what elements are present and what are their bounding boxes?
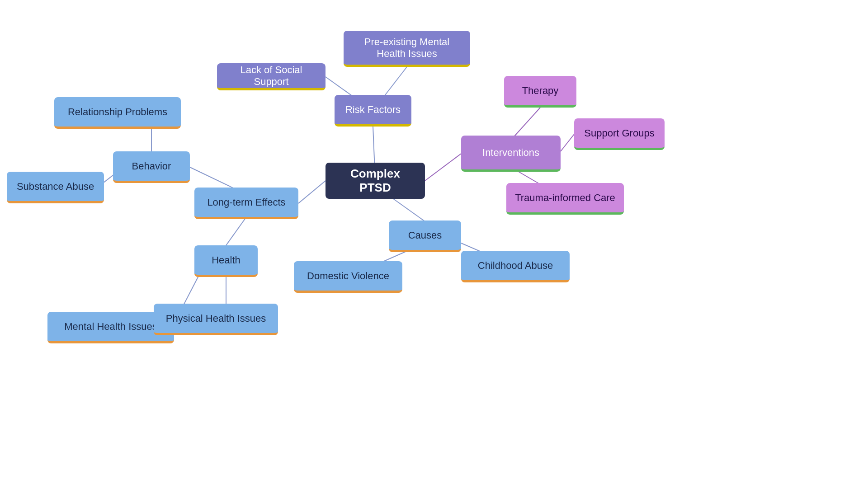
trauma-informed-node[interactable]: Trauma-informed Care bbox=[506, 183, 624, 215]
substance-abuse-label: Substance Abuse bbox=[17, 181, 94, 192]
pre-existing-label: Pre-existing Mental Health Issues bbox=[352, 36, 462, 60]
risk-factors-label: Risk Factors bbox=[345, 104, 401, 116]
svg-line-7 bbox=[561, 134, 574, 151]
svg-line-2 bbox=[393, 199, 425, 221]
lack-social-support-node[interactable]: Lack of Social Support bbox=[217, 63, 326, 90]
lack-social-support-label: Lack of Social Support bbox=[225, 64, 317, 88]
trauma-informed-label: Trauma-informed Care bbox=[515, 192, 615, 204]
support-groups-label: Support Groups bbox=[584, 127, 654, 139]
mental-health-issues-label: Mental Health Issues bbox=[64, 321, 157, 333]
behavior-node[interactable]: Behavior bbox=[113, 151, 190, 183]
substance-abuse-node[interactable]: Substance Abuse bbox=[7, 172, 104, 203]
health-node[interactable]: Health bbox=[194, 245, 258, 277]
long-term-effects-label: Long-term Effects bbox=[207, 197, 285, 208]
long-term-effects-node[interactable]: Long-term Effects bbox=[194, 188, 298, 219]
svg-line-12 bbox=[226, 217, 246, 245]
svg-line-1 bbox=[425, 154, 461, 181]
svg-line-3 bbox=[298, 181, 326, 203]
interventions-node[interactable]: Interventions bbox=[461, 136, 561, 172]
behavior-label: Behavior bbox=[132, 160, 171, 172]
support-groups-node[interactable]: Support Groups bbox=[574, 118, 665, 150]
risk-factors-node[interactable]: Risk Factors bbox=[335, 95, 411, 127]
domestic-violence-label: Domestic Violence bbox=[307, 270, 389, 282]
causes-node[interactable]: Causes bbox=[389, 221, 461, 252]
physical-health-issues-node[interactable]: Physical Health Issues bbox=[154, 304, 278, 335]
complex-ptsd-label: Complex PTSD bbox=[334, 167, 417, 195]
domestic-violence-node[interactable]: Domestic Violence bbox=[294, 261, 402, 293]
health-label: Health bbox=[212, 254, 241, 266]
complex-ptsd-node[interactable]: Complex PTSD bbox=[326, 163, 425, 199]
causes-label: Causes bbox=[408, 230, 442, 241]
relationship-problems-label: Relationship Problems bbox=[68, 106, 167, 118]
relationship-problems-node[interactable]: Relationship Problems bbox=[54, 97, 181, 129]
therapy-node[interactable]: Therapy bbox=[504, 76, 576, 108]
childhood-abuse-label: Childhood Abuse bbox=[478, 260, 553, 272]
pre-existing-node[interactable]: Pre-existing Mental Health Issues bbox=[344, 31, 470, 67]
physical-health-issues-label: Physical Health Issues bbox=[166, 313, 266, 324]
therapy-label: Therapy bbox=[522, 85, 559, 97]
interventions-label: Interventions bbox=[482, 147, 539, 159]
childhood-abuse-node[interactable]: Childhood Abuse bbox=[461, 251, 570, 282]
